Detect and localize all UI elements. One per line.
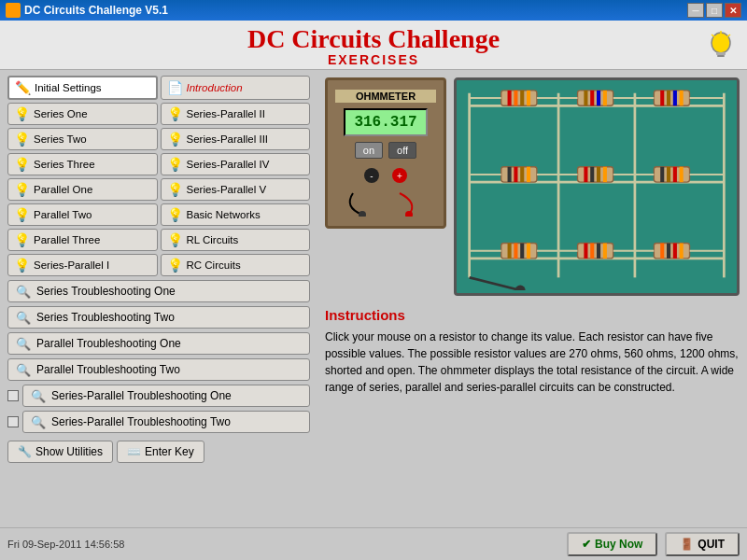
ts-btn-parallel-two[interactable]: 🔍 Parallel Troubleshooting Two [7,358,310,381]
svg-rect-41 [590,91,594,105]
bulb-icon [704,28,738,62]
ts-label-sp-two: Series-Parallel Troubleshooting Two [51,415,231,428]
nav-btn-introduction[interactable]: 📄 Introduction [161,76,311,100]
right-panel: OHMMETER 316.317 on off - + [317,70,747,527]
nav-btn-rl-circuits[interactable]: 💡 RL Circuits [161,229,311,251]
checkbox-sp-two[interactable] [7,416,19,427]
svg-rect-21 [501,167,537,182]
nav-btn-series-parallel-iii[interactable]: 💡 Series-Parallel III [161,128,311,150]
wrench-icon: 🔧 [18,445,32,458]
svg-rect-28 [501,244,537,259]
app-title: DC Circuits Challenge [0,26,747,52]
svg-rect-58 [654,91,689,105]
title-bar: DC Circuits Challenge V5.1 ─ □ ✕ [0,0,747,21]
svg-point-0 [712,33,730,53]
left-panel: ✏️ Initial Settings 📄 Introduction 💡 Ser… [0,70,317,527]
instructions-body: Click your mouse on a resistor to change… [325,329,740,396]
nav-btn-rc-circuits[interactable]: 💡 RC Circuits [161,254,311,276]
nav-btn-series-three[interactable]: 💡 Series Three [7,153,158,175]
terminal-positive: + [392,168,407,183]
ts-label-parallel-two: Parallel Troubleshooting Two [36,363,180,376]
minimize-button[interactable]: ─ [687,3,704,18]
nav-btn-parallel-three[interactable]: 💡 Parallel Three [7,229,158,251]
svg-rect-70 [673,167,677,182]
svg-rect-1 [716,52,726,55]
svg-rect-63 [673,91,677,105]
show-utilities-label: Show Utilities [35,445,103,458]
nav-btn-parallel-two[interactable]: 💡 Parallel Two [7,203,158,226]
quit-button[interactable]: 🚪 QUIT [665,532,740,556]
window-controls[interactable]: ─ □ ✕ [687,3,741,18]
ts-label-sp-one: Series-Parallel Troubleshooting One [51,389,232,402]
bulb-icon-1: 💡 [14,106,30,121]
svg-rect-64 [680,91,684,105]
svg-rect-37 [578,91,613,105]
svg-rect-26 [520,167,524,182]
maximize-button[interactable]: □ [706,3,723,18]
svg-rect-25 [514,167,517,182]
nav-btn-series-parallel-iv[interactable]: 💡 Series-Parallel IV [161,153,311,175]
svg-rect-14 [501,91,537,105]
svg-rect-65 [654,167,689,182]
svg-rect-43 [603,91,607,105]
ts-btn-series-one[interactable]: 🔍 Series Troubleshooting One [7,280,310,302]
wire-leads-svg [334,189,437,217]
ts-btn-parallel-one[interactable]: 🔍 Parallel Troubleshooting One [7,332,310,355]
svg-rect-40 [584,91,587,105]
bulb-icon-11: 💡 [14,232,30,247]
show-utilities-button[interactable]: 🔧 Show Utilities [7,441,113,463]
search-icon-2: 🔍 [16,311,31,325]
pencil-icon: ✏️ [15,80,31,95]
enter-key-button[interactable]: ⌨️ Enter Key [117,441,204,463]
ts-btn-sp-two[interactable]: 🔍 Series-Parallel Troubleshooting Two [22,411,310,433]
ts-label-series-one: Series Troubleshooting One [36,285,176,298]
app-subtitle: EXERCISES [0,52,747,67]
bulb-icon-8: 💡 [167,182,183,197]
svg-rect-42 [597,91,600,105]
nav-btn-series-one[interactable]: 💡 Series One [7,103,158,125]
search-icon-5: 🔍 [31,389,46,403]
svg-rect-76 [667,244,670,259]
svg-rect-54 [584,244,587,259]
svg-rect-19 [520,91,524,105]
ts-btn-sp-one[interactable]: 🔍 Series-Parallel Troubleshooting One [22,385,310,407]
svg-rect-78 [680,244,684,259]
search-icon-4: 🔍 [16,363,31,377]
svg-rect-75 [660,244,664,259]
nav-btn-parallel-one[interactable]: 💡 Parallel One [7,178,158,201]
bulb-icon-5: 💡 [14,157,30,172]
circuit-board[interactable] [454,77,740,296]
nav-btn-initial-settings[interactable]: ✏️ Initial Settings [7,76,158,100]
bulb-icon-3: 💡 [14,132,30,147]
svg-rect-56 [597,244,600,259]
checkbox-sp-one[interactable] [7,390,19,401]
svg-rect-32 [514,244,517,259]
search-icon-1: 🔍 [16,285,31,299]
nav-btn-series-parallel-v[interactable]: 💡 Series-Parallel V [161,178,311,201]
svg-rect-62 [667,91,670,105]
svg-point-6 [359,211,366,217]
body-area: ✏️ Initial Settings 📄 Introduction 💡 Ser… [0,70,747,527]
nav-btn-basic-networks[interactable]: 💡 Basic Networks [161,203,311,226]
instrument-area: OHMMETER 316.317 on off - + [325,77,740,296]
svg-rect-18 [514,91,517,105]
nav-btn-series-parallel-i[interactable]: 💡 Series-Parallel I [7,254,158,276]
buy-now-button[interactable]: ✔ Buy Now [567,532,657,556]
terminal-negative: - [364,168,379,183]
switch-on-button[interactable]: on [355,142,383,159]
ts-btn-series-two[interactable]: 🔍 Series Troubleshooting Two [7,306,310,329]
svg-rect-24 [508,167,512,182]
quit-icon: 🚪 [680,538,694,551]
bulb-icon-9: 💡 [14,207,30,222]
svg-rect-47 [584,167,587,182]
svg-rect-49 [597,167,600,182]
svg-rect-34 [527,244,530,259]
svg-rect-50 [603,167,607,182]
switch-off-button[interactable]: off [388,142,416,159]
app-header: DC Circuits Challenge EXERCISES [0,21,747,70]
nav-btn-series-two[interactable]: 💡 Series Two [7,128,158,150]
svg-rect-61 [660,91,664,105]
svg-rect-71 [680,167,684,182]
close-button[interactable]: ✕ [725,3,741,18]
nav-btn-series-parallel-ii[interactable]: 💡 Series-Parallel II [161,103,311,125]
